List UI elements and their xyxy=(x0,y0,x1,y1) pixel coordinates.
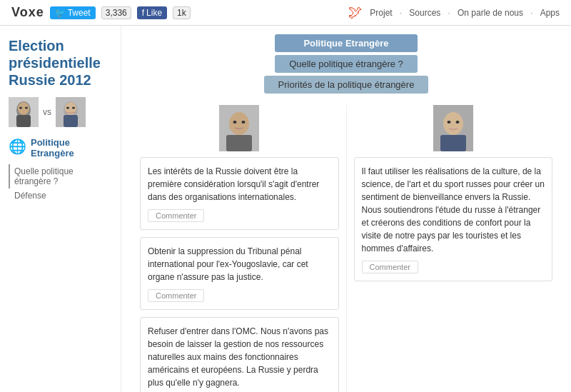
breadcrumb-item-1[interactable]: Politique Etrangère xyxy=(275,34,418,52)
subnav-politique[interactable]: Quelle politique étrangère ? xyxy=(9,164,112,189)
columns: Les intérêts de la Russie doivent être l… xyxy=(133,105,560,392)
header-nav: 🕊 Projet · Sources · On parle de nous · … xyxy=(348,4,560,21)
nav-sources[interactable]: Sources xyxy=(409,8,440,18)
header-left: Voxe 🐦 Tweet 3,336 f Like 1k xyxy=(11,5,191,20)
statement-card: Les intérêts de la Russie doivent être l… xyxy=(140,157,339,230)
svg-rect-3 xyxy=(16,115,31,127)
breadcrumb: Politique Etrangère Quelle politique étr… xyxy=(133,34,560,94)
category-label: Politique Etrangère xyxy=(31,137,112,159)
content-area: Politique Etrangère Quelle politique étr… xyxy=(121,26,571,392)
svg-point-21 xyxy=(455,121,459,124)
svg-rect-14 xyxy=(226,135,252,151)
statement-text: Il faut utiliser les réalisations de la … xyxy=(362,165,545,255)
svg-point-10 xyxy=(66,107,69,109)
col2-header xyxy=(354,105,553,151)
twitter-icon: 🐦 xyxy=(55,8,66,18)
statement-card: Refuser d'entrer dans l'OMC. Nous n'avon… xyxy=(140,317,339,392)
active-category[interactable]: 🌐 Politique Etrangère xyxy=(9,137,112,159)
statement-card: Obtenir la suppression du Tribunal pénal… xyxy=(140,237,339,310)
tweet-label: Tweet xyxy=(68,8,91,18)
col1-header xyxy=(140,105,339,151)
tweet-button[interactable]: 🐦 Tweet xyxy=(50,6,96,19)
svg-point-5 xyxy=(25,107,28,109)
comment-button[interactable]: Commenter xyxy=(148,209,204,222)
col2-avatar xyxy=(433,105,473,151)
header: Voxe 🐦 Tweet 3,336 f Like 1k 🕊 Projet · … xyxy=(0,0,571,26)
breadcrumb-item-2[interactable]: Quelle politique étrangère ? xyxy=(275,55,418,73)
like-count: 1k xyxy=(173,6,191,19)
nav-apps[interactable]: Apps xyxy=(540,8,560,18)
column-2: Il faut utiliser les réalisations de la … xyxy=(347,105,560,392)
statement-text: Obtenir la suppression du Tribunal pénal… xyxy=(148,245,331,283)
vs-text: vs xyxy=(43,107,51,117)
svg-point-15 xyxy=(233,121,237,124)
col1-avatar xyxy=(219,105,259,151)
svg-rect-19 xyxy=(440,135,466,151)
column-1: Les intérêts de la Russie doivent être l… xyxy=(133,105,347,392)
svg-point-4 xyxy=(19,107,22,109)
voxe-logo-icon: 🕊 xyxy=(348,4,363,21)
svg-point-20 xyxy=(447,121,450,124)
svg-point-2 xyxy=(18,102,29,115)
comment-button[interactable]: Commenter xyxy=(148,289,204,302)
main-content: Election présidentielle Russie 2012 vs xyxy=(0,26,571,392)
like-button[interactable]: f Like xyxy=(137,6,167,19)
category-section: 🌐 Politique Etrangère Quelle politique é… xyxy=(9,137,112,203)
candidates: vs xyxy=(9,97,112,127)
svg-point-18 xyxy=(443,112,463,135)
sidebar: Election présidentielle Russie 2012 vs xyxy=(0,26,121,392)
site-logo[interactable]: Voxe xyxy=(11,5,44,20)
svg-point-16 xyxy=(242,121,246,124)
nav-on-parle[interactable]: On parle de nous xyxy=(458,8,523,18)
svg-point-11 xyxy=(72,107,75,109)
globe-icon: 🌐 xyxy=(9,138,26,155)
candidate1-avatar xyxy=(9,97,39,127)
election-title: Election présidentielle Russie 2012 xyxy=(9,37,112,89)
facebook-icon: f xyxy=(142,8,144,18)
statement-text: Les intérêts de la Russie doivent être l… xyxy=(148,165,331,203)
statement-text: Refuser d'entrer dans l'OMC. Nous n'avon… xyxy=(148,325,331,389)
candidate2-avatar xyxy=(56,97,86,127)
tweet-count: 3,336 xyxy=(101,6,131,19)
like-label: Like xyxy=(146,8,162,18)
subnav-defense[interactable]: Défense xyxy=(9,189,112,203)
svg-rect-9 xyxy=(64,115,78,127)
nav-projet[interactable]: Projet xyxy=(370,8,392,18)
svg-point-13 xyxy=(229,112,249,135)
statement-card: Il faut utiliser les réalisations de la … xyxy=(354,157,553,281)
comment-button[interactable]: Commenter xyxy=(362,261,418,273)
breadcrumb-item-3[interactable]: Priorités de la politique étrangère xyxy=(264,76,429,94)
